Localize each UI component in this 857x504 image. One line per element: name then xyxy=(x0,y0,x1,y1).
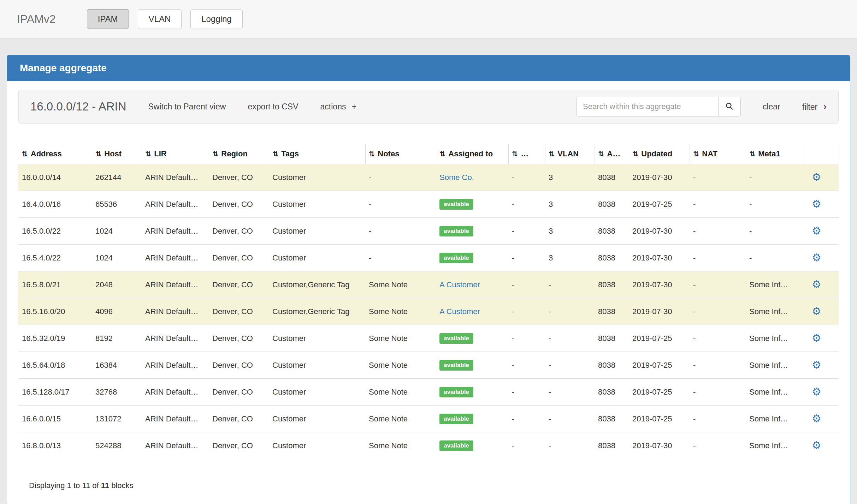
available-badge: available xyxy=(439,387,473,397)
cell-lir: ARIN Default… xyxy=(142,406,209,432)
cell-vlan: - xyxy=(545,298,595,325)
column-label: Updated xyxy=(641,149,672,158)
cell-dots: - xyxy=(508,298,545,325)
cell-notes: - xyxy=(365,245,436,271)
gear-icon[interactable]: ⚙ xyxy=(812,333,821,343)
assigned-to-link[interactable]: A Customer xyxy=(439,307,480,316)
sort-icon: ⇅ xyxy=(213,150,219,158)
column-header-meta1[interactable]: ⇅Meta1 xyxy=(746,144,804,164)
column-header-dots[interactable]: ⇅… xyxy=(508,144,545,164)
gear-icon[interactable]: ⚙ xyxy=(812,199,821,209)
gear-icon[interactable]: ⚙ xyxy=(812,226,821,236)
gear-icon[interactable]: ⚙ xyxy=(812,440,821,451)
cell-notes: Some Note xyxy=(365,352,436,379)
column-header-nat[interactable]: ⇅NAT xyxy=(690,144,746,164)
column-header-notes[interactable]: ⇅Notes xyxy=(365,144,436,164)
export-to-csv-link[interactable]: export to CSV xyxy=(248,102,298,112)
cell-actions: ⚙ xyxy=(804,298,839,325)
cell-a: 8038 xyxy=(595,432,629,459)
search-button[interactable] xyxy=(718,97,741,116)
cell-host: 1024 xyxy=(92,245,142,271)
column-header-tags[interactable]: ⇅Tags xyxy=(269,144,365,164)
clear-link[interactable]: clear xyxy=(763,102,780,112)
column-label: Region xyxy=(221,149,248,158)
gear-icon[interactable]: ⚙ xyxy=(812,306,821,317)
actions-label: actions xyxy=(320,102,346,111)
tab-logging[interactable]: Logging xyxy=(190,9,242,29)
cell-actions: ⚙ xyxy=(804,271,839,298)
column-header-updated[interactable]: ⇅Updated xyxy=(629,144,690,164)
column-header-lir[interactable]: ⇅LIR xyxy=(142,144,209,164)
gear-icon[interactable]: ⚙ xyxy=(812,252,821,263)
table-row: 16.6.0.0/15131072ARIN Default…Denver, CO… xyxy=(18,406,839,432)
cell-host: 4096 xyxy=(92,298,142,325)
cell-lir: ARIN Default… xyxy=(142,218,209,245)
cell-dots: - xyxy=(508,379,545,406)
cell-a: 8038 xyxy=(595,164,629,191)
panel-body: 16.0.0.0/12 - ARIN Switch to Parent view… xyxy=(7,81,850,504)
assigned-to-link[interactable]: A Customer xyxy=(439,280,480,289)
search-input[interactable] xyxy=(576,97,718,116)
column-header-a[interactable]: ⇅A… xyxy=(595,144,629,164)
cell-notes: - xyxy=(365,191,436,218)
actions-menu-link[interactable]: actions + xyxy=(320,102,357,112)
column-header-actions xyxy=(804,144,839,164)
table-row: 16.8.0.0/13524288ARIN Default…Denver, CO… xyxy=(18,432,839,459)
sort-icon: ⇅ xyxy=(369,150,375,158)
cell-tags: Customer xyxy=(269,191,365,218)
cell-meta1: Some Inf… xyxy=(746,379,804,406)
switch-to-parent-view-link[interactable]: Switch to Parent view xyxy=(148,102,226,112)
cell-notes: - xyxy=(365,164,436,191)
cell-lir: ARIN Default… xyxy=(142,325,209,352)
available-badge: available xyxy=(439,333,473,344)
cell-tags: Customer xyxy=(269,406,365,432)
cell-notes: Some Note xyxy=(365,406,436,432)
cell-vlan: - xyxy=(545,271,595,298)
cell-dots: - xyxy=(508,218,545,245)
column-label: Address xyxy=(31,149,62,158)
cell-nat: - xyxy=(690,406,746,432)
cell-a: 8038 xyxy=(595,352,629,379)
column-header-region[interactable]: ⇅Region xyxy=(209,144,269,164)
tab-vlan[interactable]: VLAN xyxy=(138,9,182,29)
table-footer: Displaying 1 to 11 of 11 blocks xyxy=(29,481,839,490)
column-header-host[interactable]: ⇅Host xyxy=(92,144,142,164)
cell-updated: 2019-07-30 xyxy=(629,298,690,325)
cell-lir: ARIN Default… xyxy=(142,298,209,325)
cell-host: 262144 xyxy=(92,164,142,191)
cell-a: 8038 xyxy=(595,218,629,245)
column-header-assigned_to[interactable]: ⇅Assigned to xyxy=(436,144,508,164)
displaying-suffix: blocks xyxy=(109,481,133,490)
cell-tags: Customer,Generic Tag xyxy=(269,298,365,325)
tab-ipam[interactable]: IPAM xyxy=(87,9,129,29)
cell-meta1: - xyxy=(746,191,804,218)
gear-icon[interactable]: ⚙ xyxy=(812,360,821,370)
gear-icon[interactable]: ⚙ xyxy=(812,172,821,182)
gear-icon[interactable]: ⚙ xyxy=(812,413,821,424)
gear-icon[interactable]: ⚙ xyxy=(812,279,821,290)
available-badge: available xyxy=(439,440,473,451)
cell-nat: - xyxy=(690,191,746,218)
cell-lir: ARIN Default… xyxy=(142,271,209,298)
table-row: 16.4.0.0/1665536ARIN Default…Denver, COC… xyxy=(18,191,839,218)
cell-region: Denver, CO xyxy=(209,352,269,379)
sort-icon: ⇅ xyxy=(440,150,446,158)
column-header-vlan[interactable]: ⇅VLAN xyxy=(545,144,595,164)
cell-a: 8038 xyxy=(595,271,629,298)
aggregate-toolbar: 16.0.0.0/12 - ARIN Switch to Parent view… xyxy=(18,90,839,124)
chevron-right-icon: › xyxy=(823,101,827,112)
filter-link[interactable]: filter › xyxy=(802,101,827,112)
cell-address: 16.5.8.0/21 xyxy=(18,271,92,298)
assigned-to-link[interactable]: Some Co. xyxy=(439,173,474,182)
cell-nat: - xyxy=(690,379,746,406)
cell-lir: ARIN Default… xyxy=(142,245,209,271)
cell-meta1: Some Inf… xyxy=(746,352,804,379)
cell-a: 8038 xyxy=(595,379,629,406)
cell-dots: - xyxy=(508,191,545,218)
column-header-address[interactable]: ⇅Address xyxy=(18,144,92,164)
cell-nat: - xyxy=(690,298,746,325)
cell-meta1: Some Inf… xyxy=(746,298,804,325)
cell-updated: 2019-07-25 xyxy=(629,379,690,406)
gear-icon[interactable]: ⚙ xyxy=(812,386,821,397)
sort-icon: ⇅ xyxy=(22,150,28,158)
